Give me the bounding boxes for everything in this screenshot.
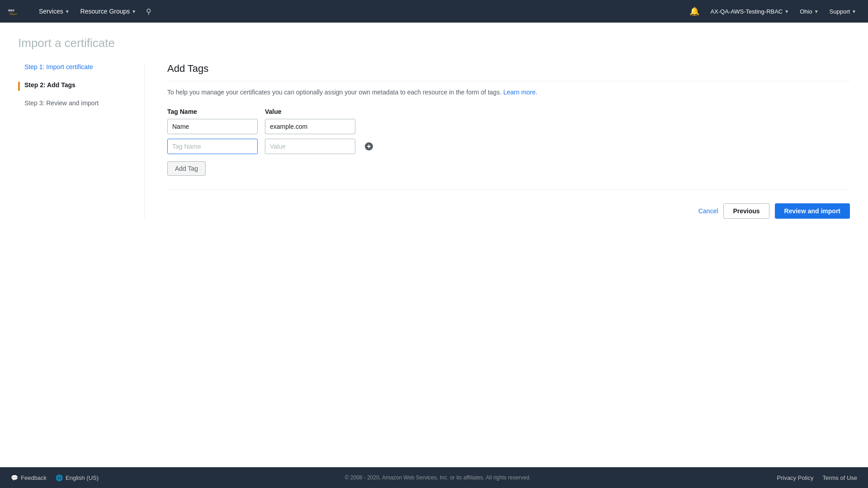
content-divider (167, 189, 850, 190)
resource-groups-label: Resource Groups (80, 8, 130, 15)
top-navigation: aws Services ▼ Resource Groups ▼ ⚲ 🔔 AX-… (0, 0, 868, 23)
services-label: Services (39, 8, 63, 15)
main-content: Import a certificate Step 1: Import cert… (0, 23, 868, 467)
tag-2-name-input[interactable] (167, 139, 258, 154)
region-nav-item[interactable]: Ohio ▼ (795, 5, 823, 18)
footer-actions: Cancel Previous Review and import (167, 203, 850, 219)
language-label: English (US) (66, 474, 99, 481)
feedback-bubble-icon: 💬 (11, 474, 18, 481)
resource-groups-chevron: ▼ (132, 9, 136, 14)
wizard-layout: Step 1: Import certificate Step 2: Add T… (18, 63, 850, 219)
notifications-icon[interactable]: 🔔 (685, 4, 704, 19)
feedback-label: Feedback (21, 474, 47, 481)
services-chevron: ▼ (65, 9, 70, 14)
globe-icon: 🌐 (56, 474, 63, 481)
tag-2-value-input[interactable] (265, 139, 355, 154)
cancel-button[interactable]: Cancel (698, 207, 718, 215)
step-3-label: Step 3: Review and import (24, 99, 99, 108)
support-chevron: ▼ (852, 9, 856, 14)
aws-logo[interactable]: aws (7, 5, 25, 18)
step-1-indicator (18, 64, 20, 73)
terms-of-use-link[interactable]: Terms of Use (822, 474, 857, 481)
steps-sidebar: Step 1: Import certificate Step 2: Add T… (18, 63, 145, 219)
step-2-indicator (18, 82, 20, 91)
svg-text:aws: aws (8, 8, 14, 12)
remove-tag-button[interactable] (363, 140, 375, 153)
review-import-button[interactable]: Review and import (775, 203, 850, 219)
nav-items: Services ▼ Resource Groups ▼ ⚲ (34, 5, 685, 19)
tag-1-name-input[interactable] (167, 119, 258, 134)
tag-form: Tag Name Value (167, 108, 850, 176)
step-1-item[interactable]: Step 1: Import certificate (18, 63, 131, 73)
learn-more-link[interactable]: Learn more. (503, 89, 537, 96)
step-content: Add Tags To help you manage your certifi… (145, 63, 850, 219)
tag-name-column-header: Tag Name (167, 108, 258, 115)
bottom-bar-right: Privacy Policy Terms of Use (777, 474, 858, 481)
feedback-button[interactable]: 💬 Feedback (11, 474, 47, 481)
copyright-label: © 2008 - 2020, Amazon Web Services, Inc.… (345, 474, 531, 481)
value-column-header: Value (265, 108, 355, 115)
tag-row-2 (167, 139, 850, 154)
bottom-bar: 💬 Feedback 🌐 English (US) © 2008 - 2020,… (0, 467, 868, 488)
step-2-item: Step 2: Add Tags (18, 81, 131, 91)
tag-row-1 (167, 119, 850, 134)
add-tag-button[interactable]: Add Tag (167, 161, 206, 176)
copyright-text: © 2008 - 2020, Amazon Web Services, Inc.… (99, 474, 777, 481)
step-3-item: Step 3: Review and import (18, 99, 131, 109)
page-title: Import a certificate (18, 36, 850, 50)
step-1-label[interactable]: Step 1: Import certificate (24, 63, 93, 72)
support-label: Support (830, 8, 850, 15)
previous-button[interactable]: Previous (723, 203, 769, 219)
account-chevron: ▼ (784, 9, 789, 14)
support-nav-item[interactable]: Support ▼ (825, 5, 861, 18)
nav-right: 🔔 AX-QA-AWS-Testing-RBAC ▼ Ohio ▼ Suppor… (685, 4, 861, 19)
region-label: Ohio (800, 8, 812, 15)
language-selector[interactable]: 🌐 English (US) (56, 474, 99, 481)
account-nav-item[interactable]: AX-QA-AWS-Testing-RBAC ▼ (706, 5, 793, 18)
resource-groups-nav-item[interactable]: Resource Groups ▼ (76, 5, 141, 18)
tag-headers: Tag Name Value (167, 108, 850, 115)
remove-tag-icon (364, 142, 373, 151)
services-nav-item[interactable]: Services ▼ (34, 5, 74, 18)
section-description: To help you manage your certificates you… (167, 88, 850, 97)
step-2-label: Step 2: Add Tags (24, 81, 75, 90)
section-title: Add Tags (167, 63, 850, 81)
region-chevron: ▼ (814, 9, 819, 14)
bottom-bar-left: 💬 Feedback 🌐 English (US) (11, 474, 99, 481)
description-text: To help you manage your certificates you… (167, 89, 501, 96)
privacy-policy-link[interactable]: Privacy Policy (777, 474, 814, 481)
account-label: AX-QA-AWS-Testing-RBAC (710, 8, 783, 15)
pin-icon[interactable]: ⚲ (142, 5, 155, 19)
step-3-indicator (18, 100, 20, 109)
tag-1-value-input[interactable] (265, 119, 355, 134)
